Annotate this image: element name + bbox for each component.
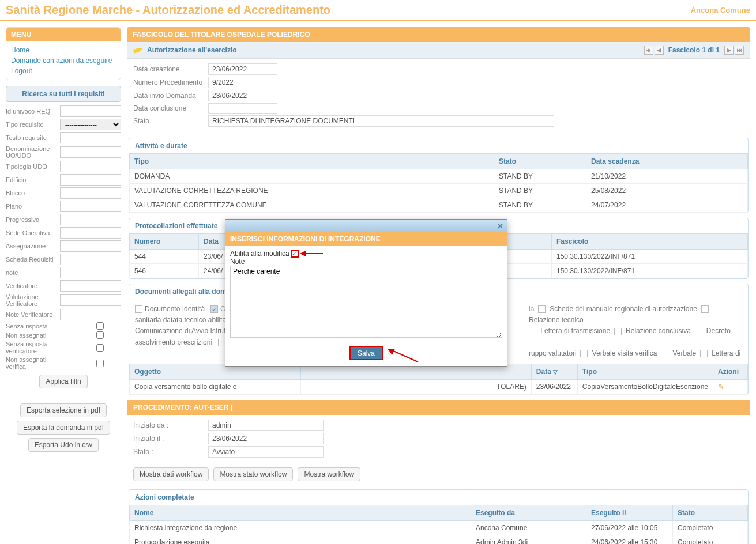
info-value: 23/06/2022 bbox=[208, 90, 277, 101]
attivita-section: Attività e durate TipoStatoData scadenza… bbox=[129, 138, 749, 213]
last-page-button[interactable]: ⏭ bbox=[735, 46, 744, 55]
export-pdf-domanda-button[interactable]: Esporta la domanda in pdf bbox=[17, 421, 110, 435]
menu-header: MENU bbox=[6, 28, 121, 41]
menu-box: MENU Home Domande con azioni da eseguire… bbox=[6, 27, 121, 80]
filter-input[interactable] bbox=[60, 309, 121, 320]
filter-label: Tipologia UDO bbox=[6, 163, 58, 170]
info-label: Stato bbox=[133, 117, 208, 125]
modal-titlebar[interactable]: ✕ bbox=[225, 220, 507, 232]
info-value: RICHIESTA DI INTEGRAZIONE DOCUMENTI bbox=[208, 115, 554, 127]
export-csv-button[interactable]: Esporta Udo in csv bbox=[28, 438, 99, 452]
note-label: Note bbox=[230, 258, 245, 266]
table-header: Numero bbox=[130, 234, 199, 250]
arrow-annotation bbox=[386, 347, 421, 365]
filter-label: Denominazione UO/UDO bbox=[6, 145, 58, 159]
table-row: Richiesta integrazione da regioneAncona … bbox=[130, 520, 748, 535]
table-header: Eseguito il bbox=[586, 505, 673, 520]
doc-checkbox[interactable] bbox=[210, 305, 218, 313]
table-header: Stato bbox=[673, 505, 748, 520]
filter-label: Valutazione Verificatore bbox=[6, 293, 58, 307]
integration-modal: ✕ INSERISCI INFORMAZIONI DI INTEGRAZIONE… bbox=[225, 219, 507, 367]
table-header: Data bbox=[199, 234, 228, 250]
pager-label: Fascicolo 1 di 1 bbox=[668, 46, 720, 54]
sort-icon[interactable]: ▽ bbox=[553, 369, 558, 375]
filter-select[interactable]: --------------- bbox=[60, 119, 121, 130]
filter-label: Note Verificatore bbox=[6, 311, 58, 318]
filter-input[interactable] bbox=[60, 174, 121, 186]
sub-header: Autorizzazione all'esercizio ⏮ ◀ Fascico… bbox=[127, 42, 750, 59]
filter-input[interactable] bbox=[60, 105, 121, 117]
arrow-annotation bbox=[300, 250, 323, 258]
save-button[interactable]: Salva bbox=[349, 346, 383, 360]
svg-marker-1 bbox=[300, 251, 306, 256]
filter-label: Verificatore bbox=[6, 282, 58, 289]
sidebar: MENU Home Domande con azioni da eseguire… bbox=[6, 27, 121, 544]
filter-input[interactable] bbox=[60, 146, 121, 158]
note-textarea[interactable] bbox=[230, 266, 502, 338]
info-label: Data creazione bbox=[133, 65, 208, 73]
filter-input[interactable] bbox=[60, 294, 121, 306]
user-label[interactable]: Ancona Comune bbox=[691, 6, 750, 14]
doc-checkbox[interactable] bbox=[538, 305, 546, 313]
filter-label: Non assegnati bbox=[6, 332, 58, 339]
table-header: Tipo bbox=[130, 154, 494, 169]
modal-header: INSERISCI INFORMAZIONI DI INTEGRAZIONE bbox=[225, 232, 507, 246]
doc-checkbox[interactable] bbox=[661, 350, 668, 357]
doc-checkbox[interactable] bbox=[580, 350, 588, 357]
workflow-data-button[interactable]: Mostra dati workflow bbox=[133, 467, 209, 481]
table-header: Stato bbox=[494, 154, 586, 169]
doc-checkbox[interactable] bbox=[701, 305, 709, 313]
table-row: VALUTAZIONE CORRETTEZZA COMUNESTAND BY24… bbox=[130, 198, 748, 213]
filter-input[interactable] bbox=[60, 201, 121, 212]
svg-line-2 bbox=[392, 350, 418, 362]
info-value: 23/06/2022 bbox=[208, 63, 277, 75]
filter-label: Testo requisito bbox=[6, 134, 58, 141]
doc-checkbox[interactable] bbox=[695, 328, 702, 335]
filter-label: Non assegnati verifica bbox=[6, 356, 58, 370]
workflow-state-button[interactable]: Mostra stato workflow bbox=[213, 467, 293, 481]
procedimento-header: PROCEDIMENTO: AUT-ESER [ bbox=[127, 400, 750, 415]
svg-marker-3 bbox=[388, 349, 395, 355]
filter-input[interactable] bbox=[60, 187, 121, 199]
apply-filters-button[interactable]: Applica filtri bbox=[39, 375, 87, 388]
oggetto-cell: Copia versamento bollo digitale e bbox=[130, 379, 301, 394]
abilita-checkbox[interactable]: ✓ bbox=[291, 250, 299, 258]
export-pdf-selection-button[interactable]: Esporta selezione in pdf bbox=[20, 403, 107, 417]
filter-label: Id univoco REQ bbox=[6, 108, 58, 115]
filter-input[interactable] bbox=[60, 267, 121, 278]
doc-checkbox[interactable] bbox=[529, 328, 536, 335]
filter-label: Tipo requisito bbox=[6, 121, 58, 128]
next-page-button[interactable]: ▶ bbox=[724, 46, 734, 55]
filter-checkbox[interactable] bbox=[96, 344, 104, 352]
doc-checkbox[interactable] bbox=[529, 339, 536, 346]
edit-action-icon[interactable]: ✎ bbox=[718, 383, 724, 391]
filter-checkbox[interactable] bbox=[96, 331, 104, 339]
azioni-title: Azioni completate bbox=[129, 490, 748, 505]
menu-link-domande[interactable]: Domande con azioni da eseguire bbox=[11, 55, 116, 66]
doc-checkbox[interactable] bbox=[700, 350, 708, 357]
filter-label: Progressivo bbox=[6, 216, 58, 223]
doc-checkbox[interactable] bbox=[135, 305, 142, 313]
filter-input[interactable] bbox=[60, 214, 121, 225]
filter-checkbox[interactable] bbox=[96, 360, 104, 367]
table-header: Nome bbox=[130, 505, 471, 520]
filter-input[interactable] bbox=[60, 161, 121, 172]
filter-input[interactable] bbox=[60, 280, 121, 292]
menu-link-logout[interactable]: Logout bbox=[11, 66, 116, 76]
table-row: DOMANDASTAND BY21/10/2022 bbox=[130, 169, 748, 184]
filter-input[interactable] bbox=[60, 132, 121, 143]
doc-checkbox[interactable] bbox=[614, 328, 622, 335]
filter-input[interactable] bbox=[60, 254, 121, 265]
menu-link-home[interactable]: Home bbox=[11, 45, 116, 55]
first-page-button[interactable]: ⏮ bbox=[644, 46, 653, 55]
pencil-icon bbox=[132, 44, 144, 56]
filter-checkbox[interactable] bbox=[96, 322, 104, 330]
filter-input[interactable] bbox=[60, 240, 121, 252]
close-icon[interactable]: ✕ bbox=[497, 222, 503, 231]
prev-page-button[interactable]: ◀ bbox=[655, 46, 664, 55]
table-header: Data scadenza bbox=[586, 154, 748, 169]
filter-input[interactable] bbox=[60, 227, 121, 239]
workflow-show-button[interactable]: Mostra workflow bbox=[298, 467, 360, 481]
topbar: Sanità Regione Marche - Autorizzazione e… bbox=[0, 0, 756, 21]
info-label: Numero Procedimento bbox=[133, 78, 208, 86]
